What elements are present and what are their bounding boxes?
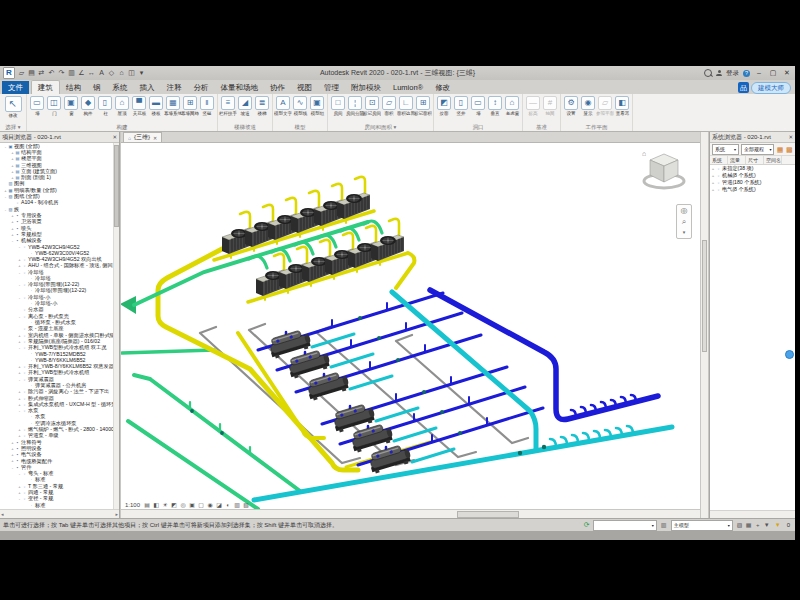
ribbon-tab[interactable]: 体量和场地 (215, 81, 265, 94)
signin-label[interactable]: 登录 (726, 69, 739, 78)
ribbon-button[interactable]: ⊞幕墙网格 (182, 96, 198, 116)
editable-only-icon[interactable]: ▨ (736, 520, 744, 530)
worksets-icon[interactable]: ⟳ (584, 520, 590, 530)
ribbon-tab[interactable]: 建筑 (31, 80, 60, 94)
navbar-chevron-icon[interactable]: ▾ (683, 228, 686, 237)
ribbon-button[interactable]: ◉显示 (580, 96, 596, 116)
ribbon-button[interactable]: ↖修改 (2, 96, 24, 118)
ribbon-tab[interactable]: 插入 (134, 81, 161, 94)
ribbon-tab[interactable]: 附加模块 (345, 81, 387, 94)
ribbon-tab[interactable]: 视图 (291, 81, 318, 94)
system-row[interactable]: + ▫ 未指定(38 项) (710, 165, 795, 172)
ribbon-button[interactable]: ◩按面 (436, 96, 452, 116)
plugin-button[interactable]: 建模大师 (751, 82, 791, 94)
print-icon[interactable]: ▥ (67, 68, 76, 78)
exclude-options-icon[interactable]: ▦ (745, 520, 753, 530)
crop-view-icon[interactable]: ▣ (188, 501, 196, 509)
ribbon-button[interactable]: ▯柱 (97, 96, 113, 116)
plugin-icon[interactable]: 品 (738, 82, 749, 93)
ribbon-button[interactable]: ▯竖井 (453, 96, 469, 116)
measure-icon[interactable]: ∠ (77, 68, 86, 78)
save-icon[interactable]: ▤ (27, 68, 36, 78)
tree-item[interactable]: - ▫ 开利_YWB型卧式冷水机组 双工况 (0, 345, 114, 351)
system-browser-hscrollbar[interactable] (710, 510, 795, 518)
ribbon-button[interactable]: ‖竖梃 (199, 96, 215, 116)
restore-button[interactable]: ▢ (768, 67, 778, 79)
condenser-pipes[interactable] (122, 350, 300, 509)
ribbon-button[interactable]: ↕垂直 (487, 96, 503, 116)
ribbon-tab[interactable]: 系统 (107, 81, 134, 94)
ribbon-button[interactable]: □房间 (330, 96, 346, 116)
ribbon-tab[interactable]: 注释 (161, 81, 188, 94)
ribbon-button[interactable]: ⚙设置 (563, 96, 579, 116)
ribbon-button[interactable]: ≣楼梯 (254, 96, 270, 116)
lock-3d-view-icon[interactable]: ◉ (206, 501, 214, 509)
steering-wheel-icon[interactable]: ◎ (681, 206, 688, 215)
ribbon-button[interactable]: ▭墙 (470, 96, 486, 116)
column-header[interactable]: 尺寸 (746, 156, 764, 164)
temporary-isolate-icon[interactable]: ◪ (215, 501, 223, 509)
viewport-hscrollbar[interactable] (121, 509, 700, 518)
ribbon-button[interactable]: #轴网 (542, 96, 558, 116)
crop-region-icon[interactable]: ▢ (197, 501, 205, 509)
workset-select[interactable]: ▾ (593, 520, 657, 531)
redo-icon[interactable]: ↷ (57, 68, 66, 78)
ribbon-tab[interactable]: 结构 (60, 81, 87, 94)
tree-item[interactable]: + ▫ 集成式水泵机组 - UXCM-H 型 - 循环泵 - 100-175-C… (0, 401, 114, 407)
column-header[interactable]: 空间名称 (764, 156, 782, 164)
autofit-columns-icon[interactable]: ▦ (776, 145, 783, 154)
view-tab-close-icon[interactable]: ✕ (153, 135, 157, 141)
ribbon-tab[interactable]: 文件 (2, 81, 29, 94)
ribbon-button[interactable]: ◧查看器 (614, 96, 630, 116)
revit-logo-icon[interactable]: R (3, 67, 15, 79)
visual-style-icon[interactable]: ◧ (152, 501, 160, 509)
user-icon[interactable] (716, 70, 722, 76)
ribbon-button[interactable]: ∟面积边界 (398, 96, 414, 116)
press-drag-icon[interactable]: + (754, 520, 762, 530)
ribbon-button[interactable]: ▱参照平面 (597, 96, 613, 116)
aligned-dimension-icon[interactable]: ↔ (87, 68, 96, 78)
system-view-select[interactable]: 系统▾ (712, 144, 739, 155)
temp-view-properties-icon[interactable]: ▥ (233, 501, 241, 509)
panel-scroll-dot[interactable] (785, 350, 794, 359)
system-row[interactable]: + ▫ 电气(8 个系统) (710, 186, 795, 193)
tag-icon[interactable]: ◇ (107, 68, 116, 78)
project-browser-hscrollbar[interactable]: ◂▸ (0, 509, 119, 518)
shadows-icon[interactable]: ◩ (170, 501, 178, 509)
viewcube[interactable]: ⌂ (640, 148, 688, 198)
column-header[interactable]: 流量 (728, 156, 746, 164)
tree-item[interactable]: + ▫ AHU - 组合式 - 国际标准 - 顶送, 侧回 - 2000 - 5… (0, 263, 114, 269)
panel-label[interactable]: 选择 ▾ (2, 123, 24, 131)
close-button[interactable]: ✕ (782, 67, 792, 79)
3d-model-view[interactable] (121, 142, 700, 512)
ribbon-button[interactable]: A模型文字 (275, 96, 291, 116)
ribbon-button[interactable]: ▣模型组 (309, 96, 325, 116)
default-3d-view-icon[interactable]: ⌂ (117, 68, 126, 78)
ribbon-tab[interactable]: 钢 (87, 81, 107, 94)
ribbon-tab[interactable]: 协作 (264, 81, 291, 94)
undo-icon[interactable]: ↶ (47, 68, 56, 78)
view-tab[interactable]: ⌂ {三维} ✕ (123, 132, 162, 142)
ribbon-button[interactable]: ▬楼板 (148, 96, 164, 116)
project-browser-close-icon[interactable]: ✕ (112, 134, 117, 140)
ribbon-tab[interactable]: Lumion® (387, 81, 429, 94)
ribbon-button[interactable]: ▦幕墙系统 (165, 96, 181, 116)
constraints-icon[interactable]: ▧ (242, 501, 250, 509)
tree-item[interactable]: · 标准 (0, 502, 114, 508)
discipline-select[interactable]: 全部规程▾ (741, 144, 774, 155)
sync-icon[interactable]: ⇄ (37, 68, 46, 78)
open-icon[interactable]: ▱ (17, 68, 26, 78)
search-icon[interactable] (704, 69, 712, 77)
filter-icon[interactable]: ▼ (763, 520, 771, 530)
ribbon-button[interactable]: ⊡标记房间 (364, 96, 380, 116)
system-row[interactable]: + ▫ 机械(8 个系统) (710, 172, 795, 179)
ribbon-button[interactable]: ▣窗 (63, 96, 79, 116)
ribbon-tab[interactable]: 分析 (188, 81, 215, 94)
ribbon-button[interactable]: ⌂屋顶 (114, 96, 130, 116)
project-browser-scrollbar[interactable] (113, 143, 119, 509)
ribbon-tab[interactable]: 修改 (429, 81, 456, 94)
ribbon-button[interactable]: ◆构件 (80, 96, 96, 116)
ribbon-button[interactable]: ∿模型线 (292, 96, 308, 116)
editing-requests-icon[interactable]: ▥ (660, 520, 668, 530)
section-icon[interactable]: ◫ (127, 68, 136, 78)
